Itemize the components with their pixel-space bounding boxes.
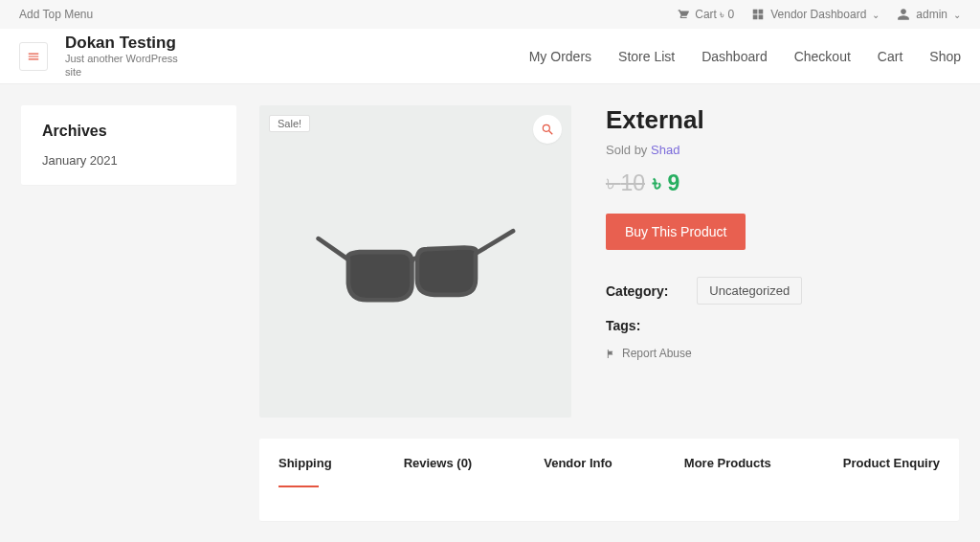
user-icon [897,8,910,21]
nav-dashboard[interactable]: Dashboard [702,49,768,64]
product-row: Sale! External So [259,105,959,418]
chevron-down-icon: ⌄ [953,10,961,20]
cart-icon [676,8,689,21]
svg-point-0 [543,124,549,131]
buy-button[interactable]: Buy This Product [606,214,746,250]
product-tabs: Shipping Reviews (0) Vendor Info More Pr… [259,439,959,487]
tab-vendor-info[interactable]: Vendor Info [544,439,612,487]
report-abuse-link[interactable]: Report Abuse [606,347,959,360]
nav-checkout[interactable]: Checkout [794,49,851,64]
currency-symbol: ৳ [606,170,614,195]
product-image[interactable]: Sale! [259,105,571,418]
nav-store-list[interactable]: Store List [618,49,675,64]
tab-more-products[interactable]: More Products [684,439,771,487]
site-title: Dokan Testing [65,34,189,53]
sidebar-archives: Archives January 2021 [21,105,236,185]
hamburger-icon [27,50,40,63]
flag-icon [606,349,616,359]
tab-reviews[interactable]: Reviews (0) [404,439,473,487]
topbar: Add Top Menu Cart ৳ 0 Vendor Dashboard ⌄… [0,0,980,29]
price-new: ৳ 9 [653,170,679,196]
site-brand[interactable]: Dokan Testing Just another WordPress sit… [65,34,189,78]
sold-by-label: Sold by [606,143,647,157]
tab-shipping[interactable]: Shipping [278,439,332,487]
add-top-menu-link[interactable]: Add Top Menu [19,8,93,21]
tags-label: Tags: [606,318,640,333]
svg-line-1 [549,131,553,135]
topbar-right: Cart ৳ 0 Vendor Dashboard ⌄ admin ⌄ [676,8,961,21]
site-tagline: Just another WordPress site [65,53,189,78]
product-tabs-card: Shipping Reviews (0) Vendor Info More Pr… [259,439,959,521]
sunglasses-icon [303,201,528,321]
sold-by: Sold by Shad [606,143,959,157]
menu-toggle-button[interactable] [19,42,48,71]
chevron-down-icon: ⌄ [872,10,880,20]
product-details: External Sold by Shad ৳ 10 ৳ 9 Buy This … [606,105,959,418]
category-row: Category: Uncategorized [606,277,959,305]
sidebar-item-archive[interactable]: January 2021 [42,153,215,168]
add-top-menu-label: Add Top Menu [19,8,93,21]
search-icon [541,123,554,136]
vendor-dashboard-label: Vendor Dashboard [770,8,866,21]
nav-cart[interactable]: Cart [878,49,902,64]
nav-shop[interactable]: Shop [929,49,961,64]
price-old: ৳ 10 [606,170,645,196]
report-abuse-label: Report Abuse [622,347,692,360]
cart-link[interactable]: Cart ৳ 0 [676,8,734,21]
product-title: External [606,105,959,135]
page-body: Archives January 2021 Sale! [0,84,980,542]
product-price: ৳ 10 ৳ 9 [606,170,959,196]
user-menu[interactable]: admin ⌄ [897,8,961,21]
user-label: admin [916,8,947,21]
cart-label: Cart ৳ 0 [695,8,734,21]
vendor-link[interactable]: Shad [651,143,679,157]
price-old-value: 10 [620,170,645,195]
price-new-value: 9 [667,170,679,195]
main-nav: My Orders Store List Dashboard Checkout … [529,49,961,64]
sidebar-title: Archives [42,123,215,140]
category-chip[interactable]: Uncategorized [697,277,802,305]
tab-product-enquiry[interactable]: Product Enquiry [843,439,940,487]
sale-badge: Sale! [269,115,310,132]
content: Sale! External So [259,105,959,521]
zoom-button[interactable] [533,115,562,144]
currency-symbol: ৳ [653,170,661,195]
tags-row: Tags: [606,318,959,333]
site-header: Dokan Testing Just another WordPress sit… [0,29,980,84]
vendor-dashboard-link[interactable]: Vendor Dashboard ⌄ [751,8,880,21]
grid-icon [751,8,765,21]
category-label: Category: [606,283,668,299]
nav-my-orders[interactable]: My Orders [529,49,591,64]
